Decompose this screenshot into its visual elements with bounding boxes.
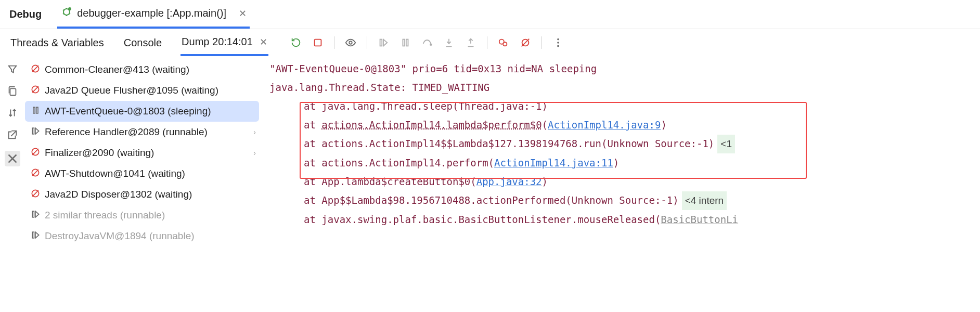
stack-state: java.lang.Thread.State: TIMED_WAITING — [259, 78, 980, 97]
source-link[interactable]: ActionImpl14.java:9 — [548, 119, 661, 131]
svg-rect-17 — [33, 107, 35, 113]
step-out-icon[interactable] — [465, 37, 476, 48]
thread-label: DestroyJavaVM@1894 (runnable) — [45, 230, 195, 242]
close-panel-icon[interactable] — [5, 151, 20, 166]
thread-state-icon — [30, 105, 41, 118]
chevron-right-icon: › — [253, 128, 256, 136]
pause-icon[interactable] — [399, 37, 411, 48]
run-config-name: debugger-example [:App.main()] — [77, 7, 226, 19]
thread-state-icon — [30, 147, 41, 160]
thread-item[interactable]: AWT-EventQueue-0@1803 (sleeping) — [25, 101, 259, 122]
bug-rerun-icon — [60, 6, 73, 21]
thread-label: Common-Cleaner@413 (waiting) — [45, 64, 189, 75]
tab-dump[interactable]: Dump 20:14:01 ✕ — [180, 30, 268, 56]
debug-toolbar — [290, 36, 564, 49]
separator — [487, 36, 487, 49]
stack-line: at java.lang.Thread.sleep(Thread.java:-1… — [259, 97, 980, 115]
svg-rect-24 — [32, 232, 34, 238]
svg-point-11 — [558, 38, 560, 41]
export-icon[interactable] — [7, 129, 18, 140]
run-config-tab[interactable]: debugger-example [:App.main()] ✕ — [57, 0, 250, 29]
stack-header: "AWT-EventQueue-0@1803" prio=6 tid=0x13 … — [259, 59, 980, 78]
tab-console[interactable]: Console — [123, 31, 163, 55]
top-bar: Debug debugger-example [:App.main()] ✕ — [0, 0, 980, 29]
svg-rect-18 — [36, 107, 38, 113]
thread-item[interactable]: Finalizer@2090 (waiting)› — [25, 142, 259, 163]
rerun-icon[interactable] — [290, 37, 302, 48]
stack-text: at App.lambda$createButton$0( — [304, 176, 476, 187]
stack-line: at App.lambda$createButton$0(App.java:32… — [259, 172, 980, 191]
svg-rect-23 — [32, 211, 34, 217]
more-icon[interactable] — [552, 37, 564, 48]
left-rail — [0, 56, 25, 312]
stack-line: at actions.ActionImpl14.lambda$perform$0… — [259, 115, 980, 134]
stack-text: ) — [542, 176, 548, 187]
svg-rect-2 — [315, 40, 321, 46]
tab-dump-label: Dump 20:14:01 — [182, 36, 253, 47]
svg-point-13 — [558, 45, 560, 47]
show-icon[interactable] — [345, 37, 356, 48]
sub-bar: Threads & Variables Console Dump 20:14:0… — [0, 29, 980, 56]
stack-trace-pane: "AWT-EventQueue-0@1803" prio=6 tid=0x13 … — [259, 56, 980, 312]
svg-rect-19 — [32, 128, 34, 134]
step-over-icon[interactable] — [421, 37, 433, 48]
sort-icon[interactable] — [7, 107, 18, 119]
svg-point-3 — [350, 41, 353, 44]
svg-rect-14 — [10, 88, 16, 95]
thread-state-icon — [30, 167, 41, 180]
source-link[interactable]: ActionImpl14.java:11 — [494, 157, 613, 168]
separator — [541, 36, 542, 49]
svg-point-7 — [430, 44, 432, 45]
thread-state-icon — [30, 188, 41, 201]
thread-label: Finalizer@2090 (waiting) — [45, 147, 154, 159]
copy-icon[interactable] — [7, 85, 18, 97]
thread-item[interactable]: Reference Handler@2089 (runnable)› — [25, 122, 259, 142]
source-link[interactable]: BasicButtonLi — [661, 214, 738, 225]
stop-icon[interactable] — [312, 37, 324, 48]
separator — [367, 36, 367, 49]
stack-line: at actions.ActionImpl14$$Lambda$127.1398… — [259, 134, 980, 153]
thread-state-icon — [30, 63, 41, 76]
svg-point-1 — [68, 7, 71, 10]
close-dump-icon[interactable]: ✕ — [255, 37, 267, 47]
thread-list: Common-Cleaner@413 (waiting)Java2D Queue… — [25, 56, 259, 312]
tab-threads[interactable]: Threads & Variables — [9, 31, 105, 55]
svg-point-12 — [558, 42, 560, 44]
thread-label: AWT-EventQueue-0@1803 (sleeping) — [45, 106, 211, 117]
mute-breakpoints-icon[interactable] — [520, 37, 531, 48]
source-link[interactable]: App.java:32 — [476, 176, 542, 187]
breakpoints-icon[interactable] — [498, 37, 509, 48]
close-tab-icon[interactable]: ✕ — [230, 8, 247, 19]
thread-label: Java2D Disposer@1302 (waiting) — [45, 189, 192, 200]
stack-line: at javax.swing.plaf.basic.BasicButtonLis… — [259, 210, 980, 229]
thread-item[interactable]: Java2D Queue Flusher@1095 (waiting) — [25, 80, 259, 101]
thread-item[interactable]: Java2D Disposer@1302 (waiting) — [25, 184, 259, 205]
stack-text: at javax.swing.plaf.basic.BasicButtonLis… — [304, 214, 661, 225]
stack-text: ) — [613, 157, 619, 168]
stack-text: at App$$Lambda$98.1956710488.actionPerfo… — [304, 194, 679, 206]
thread-label: 2 similar threads (runnable) — [45, 210, 165, 221]
thread-state-icon — [30, 230, 41, 243]
thread-label: Java2D Queue Flusher@1095 (waiting) — [45, 85, 218, 96]
svg-rect-6 — [406, 40, 408, 46]
hidden-frames-badge[interactable]: <4 intern — [682, 191, 727, 210]
hidden-frames-badge[interactable]: <1 — [717, 135, 735, 153]
chevron-right-icon: › — [253, 149, 256, 157]
thread-state-icon — [30, 209, 41, 222]
thread-label: AWT-Shutdown@1041 (waiting) — [45, 168, 185, 179]
filter-icon[interactable] — [7, 63, 18, 75]
step-into-icon[interactable] — [443, 37, 455, 48]
debug-label: Debug — [9, 8, 42, 20]
resume-icon[interactable] — [378, 37, 389, 48]
thread-item[interactable]: DestroyJavaVM@1894 (runnable) — [25, 226, 259, 246]
stack-dotted: actions.ActionImpl14.lambda$perform$0 — [321, 119, 541, 131]
svg-rect-5 — [403, 40, 405, 46]
thread-item[interactable]: Common-Cleaner@413 (waiting) — [25, 59, 259, 80]
thread-label: Reference Handler@2089 (runnable) — [45, 126, 208, 138]
thread-item[interactable]: 2 similar threads (runnable) — [25, 205, 259, 226]
content-area: Common-Cleaner@413 (waiting)Java2D Queue… — [0, 56, 980, 312]
thread-item[interactable]: AWT-Shutdown@1041 (waiting) — [25, 163, 259, 184]
stack-text: at actions.ActionImpl14.perform( — [304, 157, 494, 168]
stack-text: at — [304, 119, 321, 131]
stack-text: ( — [542, 119, 548, 131]
